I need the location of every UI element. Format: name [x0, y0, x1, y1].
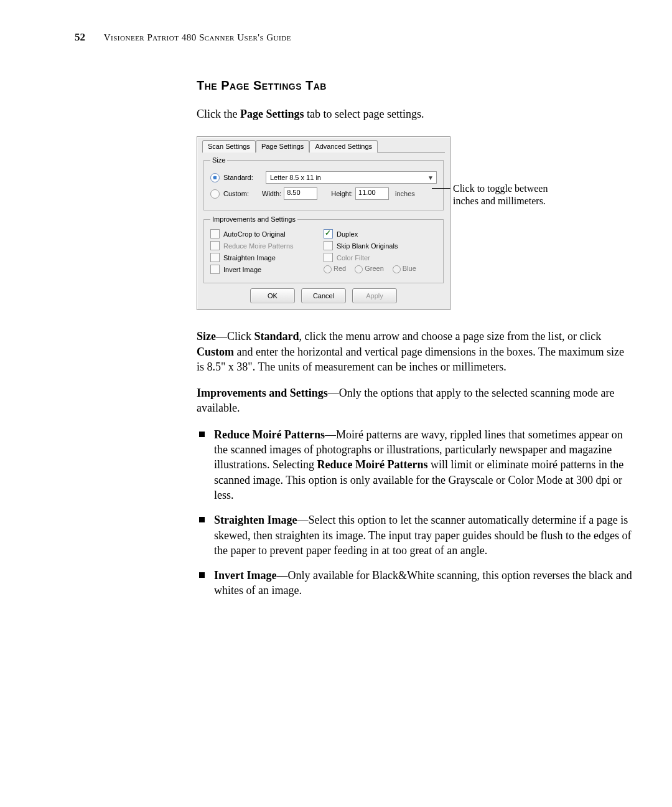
- section-title: The Page Settings Tab: [197, 78, 632, 93]
- tab-advanced-settings[interactable]: Advanced Settings: [309, 140, 378, 153]
- text: , click the menu arrow and choose a page…: [299, 330, 602, 342]
- red-label: Red: [334, 265, 346, 272]
- intro-paragraph: Click the Page Settings tab to select pa…: [197, 106, 632, 121]
- custom-radio[interactable]: [210, 189, 220, 199]
- height-input[interactable]: 11.00: [355, 187, 389, 200]
- text-bold: Standard: [254, 330, 299, 342]
- size-group-label: Size: [210, 156, 227, 164]
- bullet-reduce-moire: Reduce Moiré Patterns—Moiré patterns are…: [197, 427, 632, 503]
- apply-button[interactable]: Apply: [352, 288, 397, 303]
- text: tab to select page settings.: [304, 108, 424, 120]
- units-toggle[interactable]: inches: [395, 190, 415, 197]
- standard-radio[interactable]: [210, 173, 220, 182]
- standard-label: Standard:: [223, 174, 259, 181]
- page-header: 52 Visioneer Patriot 480 Scanner User's …: [75, 31, 612, 44]
- autocrop-label: AutoCrop to Original: [223, 230, 286, 238]
- text-bold: Reduce Moiré Patterns: [214, 428, 325, 441]
- green-radio[interactable]: [355, 265, 363, 273]
- guide-title: Visioneer Patriot 480 Scanner User's Gui…: [104, 32, 291, 42]
- duplex-label: Duplex: [337, 230, 358, 238]
- blue-label: Blue: [403, 265, 416, 272]
- straighten-label: Straighten Image: [223, 254, 276, 262]
- text-bold: Improvements and Settings: [197, 387, 328, 399]
- page-settings-dialog: Scan Settings Page Settings Advanced Set…: [197, 136, 450, 310]
- text: —Click: [216, 330, 254, 342]
- text-bold: Straighten Image: [214, 514, 297, 526]
- moire-checkbox[interactable]: [210, 241, 220, 250]
- height-label: Height:: [331, 190, 353, 197]
- page-number: 52: [75, 31, 85, 43]
- invert-checkbox[interactable]: [210, 265, 220, 274]
- width-input[interactable]: 8.50: [284, 187, 317, 200]
- improve-group-label: Improvements and Settings: [210, 215, 297, 223]
- ok-button[interactable]: OK: [250, 288, 295, 303]
- green-label: Green: [365, 265, 384, 272]
- text-bold: Reduce Moiré Patterns: [317, 458, 427, 471]
- size-paragraph: Size—Click Standard, click the menu arro…: [197, 329, 632, 374]
- bullet-invert-image: Invert Image—Only available for Black&Wh…: [197, 568, 632, 598]
- standard-size-value: Letter 8.5 x 11 in: [270, 174, 321, 181]
- tab-scan-settings[interactable]: Scan Settings: [202, 140, 256, 153]
- autocrop-checkbox[interactable]: [210, 229, 220, 238]
- cancel-button[interactable]: Cancel: [301, 288, 346, 303]
- text-bold: Invert Image: [214, 569, 276, 582]
- text: —Only available for Black&White scanning…: [214, 569, 632, 597]
- improve-paragraph: Improvements and Settings—Only the optio…: [197, 385, 632, 416]
- straighten-checkbox[interactable]: [210, 253, 220, 262]
- red-radio[interactable]: [324, 265, 332, 273]
- color-filter-label: Color Filter: [337, 254, 370, 262]
- text: and enter the horizontal and vertical pa…: [197, 346, 624, 373]
- tab-page-settings[interactable]: Page Settings: [256, 140, 310, 153]
- color-filter-checkbox[interactable]: [324, 253, 333, 262]
- bullet-straighten-image: Straighten Image—Select this option to l…: [197, 512, 632, 558]
- width-label: Width:: [262, 190, 281, 197]
- standard-size-select[interactable]: Letter 8.5 x 11 in ▼: [266, 171, 437, 184]
- moire-label: Reduce Moire Patterns: [223, 242, 294, 250]
- skip-blank-checkbox[interactable]: [324, 241, 333, 250]
- text: Click the: [197, 108, 240, 120]
- chevron-down-icon: ▼: [427, 174, 434, 181]
- custom-label: Custom:: [223, 190, 259, 197]
- skip-blank-label: Skip Blank Originals: [337, 242, 398, 250]
- blue-radio[interactable]: [393, 265, 401, 273]
- text-bold: Custom: [197, 346, 234, 358]
- text-bold: Size: [197, 330, 216, 342]
- units-annotation: Click to toggle between inches and milli…: [453, 182, 559, 207]
- invert-label: Invert Image: [223, 266, 261, 273]
- text-bold: Page Settings: [240, 108, 304, 120]
- duplex-checkbox[interactable]: [324, 229, 333, 238]
